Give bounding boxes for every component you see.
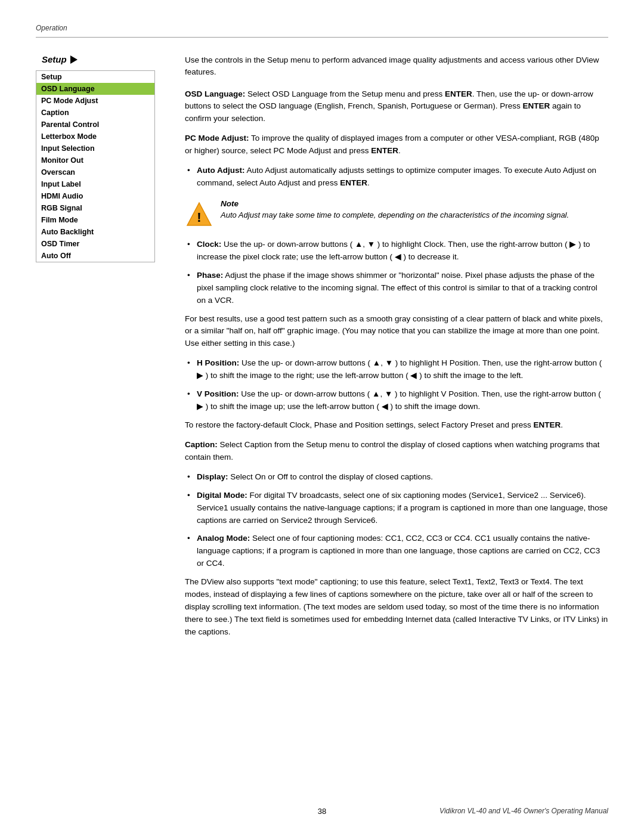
menu-item-letterbox-mode[interactable]: Letterbox Mode	[36, 131, 154, 143]
text-mode-para: The DView also supports "text mode" capt…	[185, 576, 608, 639]
osd-language-heading: OSD Language:	[185, 89, 245, 98]
menu-item-auto-backlight[interactable]: Auto Backlight	[36, 226, 154, 238]
section-label: Operation	[36, 24, 608, 32]
analog-mode-text: Select one of four captioning modes: CC1…	[197, 534, 600, 568]
caption-text: Select Caption from the Setup menu to co…	[185, 440, 600, 462]
footer-manual-title: Vidikron VL-40 and VL-46 Owner's Operati…	[439, 807, 608, 815]
setup-heading: Setup	[42, 54, 67, 64]
auto-adjust-text: Auto Adjust automatically adjusts settin…	[197, 166, 596, 187]
pc-mode-heading: PC Mode Adjust:	[185, 134, 249, 143]
factory-reset-text: To restore the factory-default Clock, Ph…	[185, 420, 563, 429]
caption-para: Caption: Select Caption from the Setup m…	[185, 439, 608, 464]
menu-item-parental-control[interactable]: Parental Control	[36, 119, 154, 131]
menu-item-pc-mode-adjust[interactable]: PC Mode Adjust	[36, 95, 154, 107]
page-footer: 38 Vidikron VL-40 and VL-46 Owner's Oper…	[0, 807, 644, 815]
menu-item-osd-language[interactable]: OSD Language	[36, 83, 154, 95]
digital-mode-bullet: Digital Mode: For digital TV broadcasts,…	[185, 490, 608, 527]
auto-adjust-heading: Auto Adjust:	[197, 166, 244, 175]
note-icon: !	[185, 200, 213, 229]
v-position-heading: V Position:	[197, 389, 239, 398]
menu-item-overscan[interactable]: Overscan	[36, 166, 154, 178]
note-box: ! Note Auto Adjust may take some time to…	[185, 199, 608, 229]
menu-item-input-label[interactable]: Input Label	[36, 178, 154, 190]
display-text: Select On or Off to control the display …	[230, 472, 433, 481]
display-heading: Display:	[197, 472, 228, 481]
top-divider	[36, 37, 608, 38]
osd-language-text: Select OSD Language from the Setup menu …	[185, 89, 593, 123]
osd-language-para: OSD Language: Select OSD Language from t…	[185, 88, 608, 126]
display-bullet: Display: Select On or Off to control the…	[185, 471, 608, 484]
h-position-heading: H Position:	[197, 358, 239, 367]
phase-heading: Phase:	[197, 271, 223, 280]
note-text: Auto Adjust may take some time to comple…	[221, 209, 569, 221]
analog-mode-heading: Analog Mode:	[197, 534, 250, 543]
digital-mode-heading: Digital Mode:	[197, 491, 247, 500]
svg-text:!: !	[197, 210, 201, 225]
analog-mode-bullet: Analog Mode: Select one of four captioni…	[185, 532, 608, 570]
phase-bullet: Phase: Adjust the phase if the image sho…	[185, 270, 608, 307]
pc-mode-para: PC Mode Adjust: To improve the quality o…	[185, 132, 608, 157]
main-content: Use the controls in the Setup menu to pe…	[185, 54, 608, 646]
menu-item-hdmi-audio[interactable]: HDMI Audio	[36, 190, 154, 202]
intro-paragraph: Use the controls in the Setup menu to pe…	[185, 54, 608, 79]
menu-box: Setup OSD Language PC Mode Adjust Captio…	[36, 70, 155, 262]
menu-item-caption[interactable]: Caption	[36, 107, 154, 119]
digital-mode-text: For digital TV broadcasts, select one of…	[197, 491, 608, 525]
best-results-para: For best results, use a good test patter…	[185, 313, 608, 351]
factory-reset-para: To restore the factory-default Clock, Ph…	[185, 419, 608, 432]
h-position-bullet: H Position: Use the up- or down-arrow bu…	[185, 357, 608, 382]
menu-item-rgb-signal[interactable]: RGB Signal	[36, 202, 154, 214]
clock-heading: Clock:	[197, 240, 221, 249]
sidebar: Setup Setup OSD Language PC Mode Adjust …	[36, 54, 167, 646]
page-number: 38	[318, 807, 326, 816]
v-position-text: Use the up- or down-arrow buttons ( ▲, ▼…	[197, 389, 601, 411]
menu-item-auto-off[interactable]: Auto Off	[36, 250, 154, 262]
note-content: Note Auto Adjust may take some time to c…	[221, 199, 569, 221]
auto-adjust-bullet: Auto Adjust: Auto Adjust automatically a…	[185, 165, 608, 190]
v-position-bullet: V Position: Use the up- or down-arrow bu…	[185, 388, 608, 413]
menu-item-input-selection[interactable]: Input Selection	[36, 143, 154, 154]
note-label: Note	[221, 199, 569, 208]
caption-heading: Caption:	[185, 440, 218, 449]
arrow-right-icon	[70, 55, 78, 64]
clock-text: Use the up- or down-arrow buttons ( ▲, ▼…	[197, 240, 590, 261]
h-position-text: Use the up- or down-arrow buttons ( ▲, ▼…	[197, 358, 602, 380]
menu-item-osd-timer[interactable]: OSD Timer	[36, 238, 154, 250]
menu-item-monitor-out[interactable]: Monitor Out	[36, 154, 154, 166]
setup-arrow-row: Setup	[42, 54, 167, 64]
clock-bullet: Clock: Use the up- or down-arrow buttons…	[185, 239, 608, 264]
menu-item-setup[interactable]: Setup	[36, 71, 154, 83]
phase-text: Adjust the phase if the image shows shim…	[197, 271, 597, 305]
menu-item-film-mode[interactable]: Film Mode	[36, 214, 154, 226]
